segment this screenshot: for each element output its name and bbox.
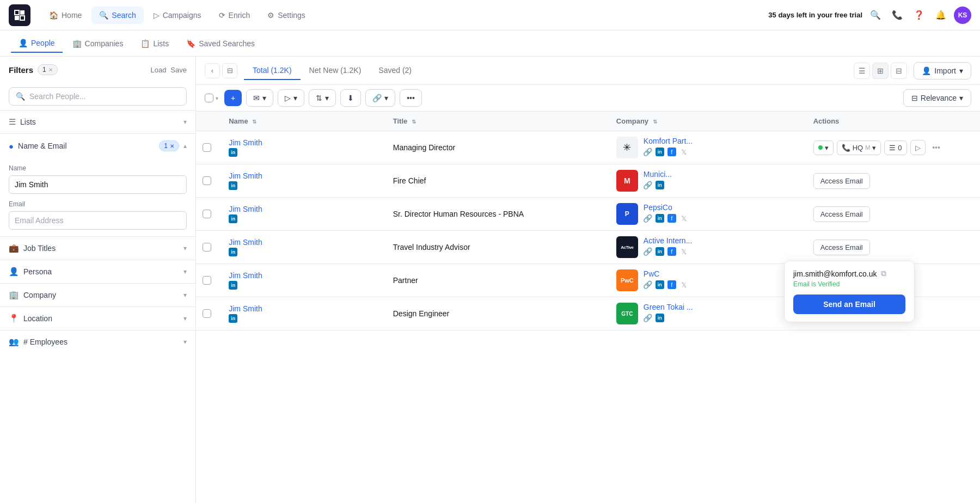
row3-tw-icon[interactable]: 𝕏	[679, 214, 688, 223]
filter-section-company-header[interactable]: 🏢 Company ▾	[0, 284, 195, 306]
load-filter-button[interactable]: Load	[150, 66, 166, 74]
email-field-input[interactable]	[9, 211, 187, 230]
import-button[interactable]: 👤 Import ▾	[914, 62, 971, 79]
row5-li-icon[interactable]: in	[656, 280, 664, 289]
row6-person-name[interactable]: Jim Smith	[229, 304, 380, 313]
row3-link-icon[interactable]: 🔗	[644, 214, 652, 223]
nav-item-search[interactable]: 🔍 Search	[91, 7, 143, 24]
subnav-companies[interactable]: 🏢 Companies	[65, 35, 131, 52]
tab-net-new[interactable]: Net New (1.2K)	[301, 62, 370, 80]
row3-fb-icon[interactable]: f	[667, 214, 676, 223]
row5-person-name[interactable]: Jim Smith	[229, 271, 380, 280]
sort-action-button[interactable]: ⇅ ▾	[309, 89, 336, 107]
tab-prev-button[interactable]: ‹	[205, 63, 220, 78]
row1-fb-icon[interactable]: f	[667, 148, 676, 156]
clear-filter-button[interactable]: ✕	[48, 67, 53, 73]
row6-linkedin-icon[interactable]: in	[229, 314, 237, 323]
row6-li-icon[interactable]: in	[656, 314, 664, 322]
list-view-button[interactable]: ☰	[854, 63, 870, 79]
name-field-input[interactable]	[9, 175, 187, 194]
row2-linkedin-icon[interactable]: in	[229, 181, 237, 190]
clear-name-email-button[interactable]: ✕	[170, 143, 174, 149]
email-action-button[interactable]: ✉ ▾	[246, 89, 273, 107]
grid-view-button[interactable]: ⊞	[872, 63, 889, 79]
row1-person-name[interactable]: Jim Smith	[229, 138, 380, 147]
notifications-button[interactable]: 🔔	[932, 7, 950, 24]
row2-company-name[interactable]: Munici...	[644, 170, 672, 179]
row5-company-name[interactable]: PwC	[644, 269, 688, 278]
row4-person-name[interactable]: Jim Smith	[229, 238, 380, 247]
subnav-lists[interactable]: 📋 Lists	[133, 35, 176, 52]
copy-email-icon[interactable]: ⧉	[881, 269, 886, 278]
filter-section-employees-header[interactable]: 👥 # Employees ▾	[0, 330, 195, 353]
row2-checkbox[interactable]	[203, 176, 211, 185]
row2-link-icon[interactable]: 🔗	[644, 181, 652, 189]
select-all-checkbox[interactable]	[205, 94, 213, 102]
filter-section-persona-header[interactable]: 👤 Persona ▾	[0, 260, 195, 283]
user-avatar-button[interactable]: KS	[954, 7, 971, 24]
nav-item-home[interactable]: 🏠 Home	[41, 7, 89, 24]
row6-link-icon[interactable]: 🔗	[644, 314, 652, 322]
row3-person-name[interactable]: Jim Smith	[229, 205, 380, 213]
help-icon-button[interactable]: ❓	[910, 7, 928, 24]
filter-section-name-email-header[interactable]: ● Name & Email 1 ✕ ▴	[0, 134, 195, 158]
phone-icon-button[interactable]: 📞	[889, 7, 906, 24]
relevance-sort-button[interactable]: ⊟ Relevance ▾	[903, 89, 971, 107]
export-view-button[interactable]: ⊟	[891, 63, 907, 79]
row1-count-chip[interactable]: ☰ 0	[884, 140, 906, 155]
row1-company-name[interactable]: Komfort Part...	[644, 137, 693, 145]
send-email-button[interactable]: Send an Email	[793, 295, 905, 314]
row4-link-icon[interactable]: 🔗	[644, 247, 652, 256]
row6-checkbox[interactable]	[203, 309, 211, 318]
row4-fb-icon[interactable]: f	[667, 247, 676, 256]
row5-linkedin-icon[interactable]: in	[229, 281, 237, 290]
row1-tw-icon[interactable]: 𝕏	[679, 148, 688, 156]
more-action-button[interactable]: •••	[400, 89, 422, 107]
row1-email-chip[interactable]: ▾	[813, 140, 834, 155]
row1-checkbox[interactable]	[203, 143, 211, 152]
tab-saved[interactable]: Saved (2)	[370, 62, 420, 80]
row3-linkedin-icon[interactable]: in	[229, 214, 237, 223]
row3-checkbox[interactable]	[203, 210, 211, 218]
tab-total[interactable]: Total (1.2K)	[244, 62, 301, 80]
link-action-button[interactable]: 🔗 ▾	[365, 89, 395, 107]
filter-section-job-titles-header[interactable]: 💼 Job Titles ▾	[0, 237, 195, 260]
row2-person-name[interactable]: Jim Smith	[229, 171, 380, 180]
filter-section-location-header[interactable]: 📍 Location ▾	[0, 307, 195, 330]
row3-li-icon[interactable]: in	[656, 214, 664, 223]
row4-company-name[interactable]: Active Intern...	[644, 236, 692, 245]
row4-tw-icon[interactable]: 𝕏	[679, 247, 688, 256]
row2-li-icon[interactable]: in	[656, 181, 664, 189]
row1-more-button[interactable]: •••	[929, 140, 944, 155]
subnav-saved-searches[interactable]: 🔖 Saved Searches	[179, 35, 262, 52]
nav-item-enrich[interactable]: ⟳ Enrich	[211, 7, 258, 24]
filter-section-lists-header[interactable]: ☰ Lists ▾	[0, 111, 195, 133]
row4-linkedin-icon[interactable]: in	[229, 248, 237, 256]
row3-company-name[interactable]: PepsiCo	[644, 203, 688, 212]
name-sort-icon[interactable]: ⇅	[252, 119, 256, 125]
row3-access-email-button[interactable]: Access Email	[813, 206, 870, 222]
save-filter-button[interactable]: Save	[170, 66, 187, 74]
row2-access-email-button[interactable]: Access Email	[813, 173, 870, 189]
row5-link-icon[interactable]: 🔗	[644, 280, 652, 289]
row6-company-name[interactable]: Green Tokai ...	[644, 303, 693, 311]
row1-linkedin-icon[interactable]: in	[229, 148, 237, 157]
nav-item-settings[interactable]: ⚙ Settings	[260, 7, 313, 24]
row5-checkbox[interactable]	[203, 276, 211, 285]
row1-hq-chip[interactable]: 📞 HQ M ▾	[837, 140, 881, 155]
row5-fb-icon[interactable]: f	[667, 280, 676, 289]
select-all-chevron[interactable]: ▾	[216, 95, 218, 101]
title-sort-icon[interactable]: ⇅	[412, 119, 416, 125]
row1-li-icon[interactable]: in	[656, 148, 664, 156]
row4-access-email-button[interactable]: Access Email	[813, 240, 870, 255]
nav-item-campaigns[interactable]: ▷ Campaigns	[146, 7, 209, 24]
download-action-button[interactable]: ⬇	[340, 89, 361, 107]
row5-tw-icon[interactable]: 𝕏	[679, 280, 688, 289]
logo[interactable]	[9, 4, 30, 26]
row4-checkbox[interactable]	[203, 243, 211, 252]
row1-link-icon[interactable]: 🔗	[644, 148, 652, 156]
add-to-list-button[interactable]: +	[224, 90, 242, 106]
tab-filter-button[interactable]: ⊟	[222, 63, 237, 78]
sequence-action-button[interactable]: ▷ ▾	[278, 89, 304, 107]
company-sort-icon[interactable]: ⇅	[653, 119, 657, 125]
